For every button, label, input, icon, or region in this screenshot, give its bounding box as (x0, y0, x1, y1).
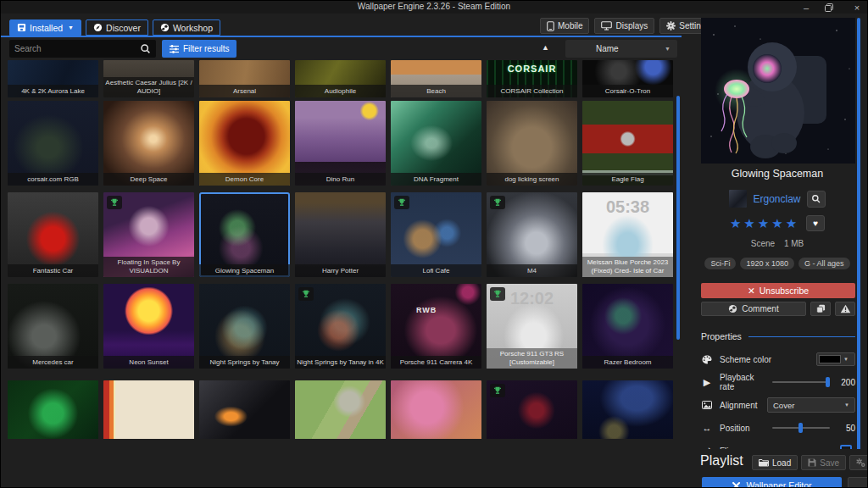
wallpaper-tile[interactable]: Razer Bedroom (582, 284, 673, 369)
scheme-color-picker[interactable]: ▼ (816, 352, 855, 366)
wallpaper-tile[interactable]: M4 (487, 192, 577, 277)
favorite-button[interactable]: ♥ (806, 215, 825, 231)
wallpaper-tile[interactable]: Glowing Spaceman (199, 192, 290, 277)
trophy-badge (490, 196, 505, 209)
installed-icon (17, 23, 26, 32)
wallpaper-tile[interactable]: Corsair-O-Tron (582, 60, 673, 97)
displays-button[interactable]: Displays (594, 18, 654, 34)
mobile-button[interactable]: Mobile (540, 18, 589, 34)
wallpaper-editor-button[interactable]: Wallpaper Editor (702, 477, 842, 488)
tile-label: 4K & 2K Aurora Lake (8, 85, 98, 97)
playlist-save-button[interactable]: Save (801, 455, 846, 470)
filter-results-label: Filter results (183, 44, 229, 53)
wallpaper-tile[interactable]: Fantastic Car (8, 192, 98, 277)
trophy-icon (302, 290, 310, 298)
wallpaper-tile[interactable]: Dino Run (295, 101, 386, 186)
wallpaper-tile[interactable] (8, 380, 98, 439)
wallpaper-tile[interactable]: Neon Sunset (103, 284, 194, 369)
wallpaper-tile[interactable]: Eagle Flag (582, 101, 673, 186)
wallpaper-tile[interactable] (391, 380, 481, 439)
wallpaper-tile[interactable]: dog licking screen (487, 101, 577, 186)
wallpaper-tile[interactable] (487, 380, 577, 439)
tab-workshop[interactable]: Workshop (153, 19, 220, 36)
glowing-spaceman-art (701, 18, 855, 164)
tile-label: M4 (487, 264, 577, 277)
wallpaper-tile[interactable]: Arsenal (199, 60, 290, 97)
tile-label: CORSAIR Collection (487, 85, 577, 97)
minimize-button[interactable]: – (799, 3, 813, 13)
unsubscribe-button[interactable]: ✕ Unsubscribe (701, 283, 855, 298)
playlist-load-button[interactable]: Load (752, 455, 798, 470)
wallpaper-tile[interactable]: 4K & 2K Aurora Lake (8, 60, 98, 97)
wallpaper-tile[interactable]: Demon Core (199, 101, 290, 186)
position-value: 50 (837, 424, 855, 433)
playback-rate-slider[interactable] (772, 376, 830, 388)
wallpaper-tile[interactable]: corsair.com RGB (8, 101, 98, 186)
tile-label: Deep Space (103, 173, 194, 186)
wallpaper-tile[interactable]: 05:38Meissan Blue Porche 2023 (Fixed) Cr… (582, 192, 673, 277)
grid-scrollbar[interactable] (676, 96, 680, 340)
search-author-button[interactable] (807, 191, 826, 208)
tile-label: DNA Fragment (391, 173, 481, 186)
author-link[interactable]: Ergonclaw (753, 193, 800, 205)
displays-label: Displays (615, 21, 648, 30)
wallpaper-tile[interactable] (295, 380, 386, 439)
position-row: ↔ Position 50 (701, 419, 855, 436)
grid-row: Mercedes carNeon SunsetNight Springs by … (8, 284, 673, 369)
search-input[interactable]: Search (9, 40, 156, 58)
tab-bar: Installed ▼ Discover Workshop (9, 19, 220, 36)
position-slider[interactable] (772, 422, 830, 434)
copy-button[interactable] (810, 302, 831, 316)
wallpaper-tile[interactable]: DNA Fragment (391, 101, 481, 186)
scheme-color-row: Scheme color ▼ (701, 351, 855, 368)
wallpaper-tile[interactable] (199, 380, 290, 439)
playlist-configure-button[interactable]: Configure (849, 455, 868, 470)
scheme-color-label: Scheme color (720, 355, 810, 364)
wallpaper-tile[interactable]: 12:02Porsche 911 GT3 RS [Customizable] (487, 284, 577, 369)
restore-button[interactable] (825, 3, 838, 12)
tile-label: Dino Run (295, 173, 386, 186)
open-wallpaper-button[interactable]: Open Wallpaper (848, 477, 868, 488)
rating-stars[interactable]: ★★★★★ (730, 216, 799, 231)
wallpaper-tile[interactable]: RWBPorsche 911 Carrera 4K (391, 284, 481, 369)
tab-workshop-label: Workshop (173, 23, 213, 33)
report-button[interactable] (835, 302, 855, 316)
sort-ascending-button[interactable]: ▲ (542, 43, 549, 52)
wallpaper-tile[interactable]: Night Springs by Tanay (199, 284, 290, 369)
wallpaper-tile[interactable] (103, 380, 194, 439)
wallpaper-tile[interactable]: Harry Potter (295, 192, 386, 277)
badge-row: Sci-Fi1920 x 1080G - All ages (693, 258, 862, 269)
alignment-select[interactable]: Cover ▼ (767, 397, 855, 413)
wallpaper-tile[interactable] (582, 380, 673, 439)
steam-icon (728, 304, 737, 313)
sort-select[interactable]: Name ▼ (565, 40, 677, 58)
tab-discover[interactable]: Discover (86, 19, 148, 36)
filter-results-button[interactable]: Filter results (162, 40, 236, 58)
wallpaper-tile[interactable]: Beach (391, 60, 481, 97)
wallpaper-tile[interactable]: Audiophile (295, 60, 386, 97)
wallpaper-meta: Scene 1 MB (693, 239, 862, 248)
phone-icon (547, 21, 554, 31)
wallpaper-tile[interactable]: Deep Space (103, 101, 194, 186)
titlebar: Wallpaper Engine 2.3.26 - Steam Edition … (1, 1, 867, 14)
play-icon: ▶ (701, 377, 713, 388)
playlist-bar: Playlist Load Save Configure + Add wallp… (693, 449, 868, 488)
wallpaper-tile[interactable]: Lofi Cafe (391, 192, 481, 277)
trophy-badge (490, 287, 505, 301)
tile-label: Lofi Cafe (391, 264, 481, 277)
tile-label: Harry Potter (295, 264, 386, 277)
tab-discover-label: Discover (106, 23, 141, 33)
comment-button[interactable]: Comment (701, 302, 806, 316)
restore-icon (825, 3, 833, 12)
tile-label: Porsche 911 Carrera 4K (391, 356, 481, 369)
wallpaper-tile[interactable]: Floating In Space By VISUALDON (103, 192, 194, 277)
wallpaper-tile[interactable]: Aesthetic Caesar Julius [2K / AUDIO] (103, 60, 194, 97)
tile-label: Arsenal (199, 85, 290, 97)
wallpaper-tile[interactable]: Night Springs by Tanay in 4K (295, 284, 386, 369)
wallpaper-tile[interactable]: CORSAIRCORSAIR Collection (487, 60, 577, 97)
wallpaper-tile[interactable]: Mercedes car (8, 284, 98, 369)
tab-installed[interactable]: Installed ▼ (9, 19, 81, 36)
sidebar-scrollbar[interactable] (857, 18, 860, 454)
grid-row: Fantastic CarFloating In Space By VISUAL… (8, 192, 673, 277)
close-button[interactable]: × (850, 3, 864, 13)
